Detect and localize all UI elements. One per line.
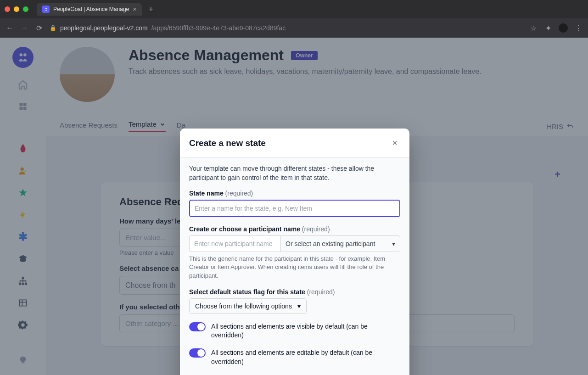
star-icon[interactable]: ☆ [529,24,538,33]
tab-close-icon[interactable]: × [133,6,136,13]
address-bar[interactable]: 🔒 peoplegoal.peoplegoal-v2.com/apps/6590… [50,24,523,32]
state-name-label: State name (required) [189,190,400,197]
state-name-input[interactable] [189,200,400,217]
toggle-visible-label: All sections and elements are visible by… [211,322,400,340]
profile-icon[interactable] [559,23,568,33]
chevron-down-icon: ▾ [392,240,395,247]
new-tab-button[interactable]: + [146,5,156,14]
status-flag-select-label: Choose from the following options [195,302,292,310]
status-flag-select[interactable]: Choose from the following options ▾ [189,298,307,314]
chevron-down-icon: ▾ [297,302,301,310]
toggle-editable[interactable] [189,348,206,358]
participant-input[interactable] [189,235,281,252]
extensions-icon[interactable]: ✦ [544,24,552,33]
menu-icon[interactable]: ⋮ [574,24,582,33]
close-icon[interactable]: × [389,137,400,149]
favicon-icon: :: [42,6,50,13]
browser-tab[interactable]: :: PeopleGoal | Absence Manage × [37,3,142,16]
forward-icon[interactable]: → [20,24,28,32]
participant-label: Create or choose a participant name (req… [189,225,400,233]
toggle-editable-label: All sections and elements are editable b… [211,348,400,366]
modal-create-state: Create a new state × Your template can m… [180,129,409,375]
reload-icon[interactable]: ⟳ [35,24,43,33]
tab-title: PeopleGoal | Absence Manage [53,6,129,12]
window-controls[interactable] [5,6,28,12]
modal-description: Your template can move through different… [189,164,400,182]
participant-description: This is the generic name for the partici… [189,255,400,280]
toggle-visible[interactable] [189,322,206,331]
lock-icon: 🔒 [50,25,56,31]
url-host: peoplegoal.peoplegoal-v2.com [60,24,148,32]
participant-select[interactable]: Or select an existing participant ▾ [281,235,400,252]
participant-select-label: Or select an existing participant [286,240,375,247]
url-path: /apps/6590ffb3-999e-4e73-abe9-087ca2d89f… [151,24,286,32]
back-icon[interactable]: ← [6,24,14,32]
status-flag-label: Select default status flag for this stat… [189,288,400,296]
modal-title: Create a new state [189,138,266,148]
